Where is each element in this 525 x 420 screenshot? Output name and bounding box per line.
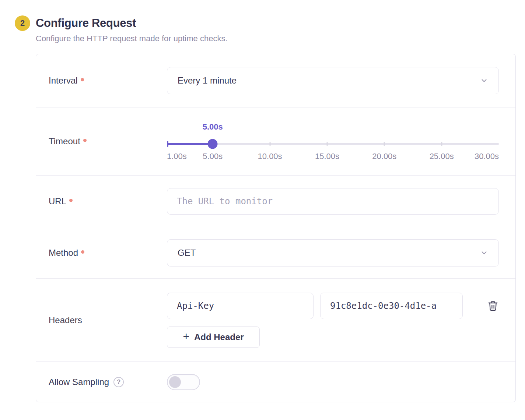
trash-icon bbox=[487, 300, 499, 312]
slider-min-tick bbox=[167, 141, 168, 147]
header-entry bbox=[167, 293, 499, 319]
header-value-input[interactable] bbox=[320, 293, 463, 319]
method-label: Method bbox=[49, 248, 78, 258]
required-dot bbox=[69, 199, 73, 202]
slider-tick-mark bbox=[441, 142, 442, 146]
interval-row: Interval Every 1 minute bbox=[36, 54, 515, 107]
header-key-input[interactable] bbox=[167, 293, 314, 319]
slider-tick-labels: 1.00s 5.00s 10.00s 15.00s 20.00s 25.00s … bbox=[167, 152, 499, 161]
tick-label: 30.00s bbox=[475, 152, 499, 161]
interval-label: Interval bbox=[49, 75, 78, 86]
timeout-label-cell: Timeout bbox=[36, 136, 167, 147]
slider-tick-mark bbox=[327, 142, 328, 146]
help-icon[interactable]: ? bbox=[113, 377, 124, 387]
timeout-row: Timeout 5.00s bbox=[36, 107, 515, 175]
url-input[interactable] bbox=[167, 188, 499, 215]
chevron-down-icon bbox=[480, 77, 488, 85]
step-header: 2 Configure Request Configure the HTTP r… bbox=[15, 15, 516, 43]
slider-tick-mark bbox=[384, 142, 385, 146]
tick-label: 25.00s bbox=[430, 152, 454, 161]
url-label-cell: URL bbox=[36, 196, 167, 207]
page-subtitle: Configure the HTTP request made for upti… bbox=[36, 34, 228, 43]
tick-label: 5.00s bbox=[203, 152, 223, 161]
timeout-content: 5.00s 1.00s 5.00s 10.00s bbox=[167, 122, 515, 160]
method-row: Method GET bbox=[36, 227, 515, 278]
delete-header-button[interactable] bbox=[487, 300, 499, 312]
tick-label: 15.00s bbox=[315, 152, 339, 161]
configure-request-page: 2 Configure Request Configure the HTTP r… bbox=[0, 0, 525, 402]
slider-value-label: 5.00s bbox=[203, 122, 223, 132]
headers-label: Headers bbox=[49, 315, 82, 325]
required-dot bbox=[81, 250, 84, 254]
required-dot bbox=[81, 78, 84, 81]
tick-label: 1.00s bbox=[167, 152, 187, 161]
method-select-value: GET bbox=[178, 248, 196, 258]
interval-select[interactable]: Every 1 minute bbox=[167, 67, 499, 94]
url-label: URL bbox=[49, 196, 66, 207]
step-number: 2 bbox=[20, 18, 25, 28]
headers-label-cell: Headers bbox=[36, 315, 167, 325]
page-title: Configure Request bbox=[36, 15, 228, 31]
step-heading: Configure Request Configure the HTTP req… bbox=[36, 15, 228, 43]
sampling-content bbox=[167, 374, 515, 390]
toggle-knob bbox=[169, 376, 181, 388]
add-header-button[interactable]: + Add Header bbox=[167, 327, 260, 348]
timeout-slider: 5.00s 1.00s 5.00s 10.00s bbox=[167, 122, 499, 160]
chevron-down-icon bbox=[480, 249, 488, 257]
step-number-badge: 2 bbox=[15, 15, 30, 31]
sampling-label-cell: Allow Sampling ? bbox=[36, 377, 167, 387]
tick-label: 20.00s bbox=[372, 152, 396, 161]
plus-icon: + bbox=[183, 331, 189, 342]
method-label-cell: Method bbox=[36, 248, 167, 258]
tick-label: 10.00s bbox=[258, 152, 282, 161]
allow-sampling-toggle[interactable] bbox=[167, 374, 200, 390]
headers-content: + Add Header bbox=[167, 293, 515, 348]
headers-stack: + Add Header bbox=[167, 293, 499, 348]
allow-sampling-row: Allow Sampling ? bbox=[36, 361, 515, 402]
interval-content: Every 1 minute bbox=[167, 67, 515, 94]
timeout-label: Timeout bbox=[49, 136, 80, 147]
request-form-card: Interval Every 1 minute Timeout 5.00s bbox=[36, 54, 516, 402]
required-dot bbox=[83, 139, 87, 142]
url-row: URL bbox=[36, 175, 515, 227]
headers-row: Headers bbox=[36, 278, 515, 361]
interval-select-value: Every 1 minute bbox=[178, 75, 237, 86]
slider-tick-mark bbox=[269, 142, 270, 146]
method-content: GET bbox=[167, 239, 515, 267]
slider-fill bbox=[167, 143, 213, 145]
slider-handle[interactable] bbox=[208, 139, 218, 149]
add-header-label: Add Header bbox=[194, 332, 244, 342]
method-select[interactable]: GET bbox=[167, 239, 499, 267]
url-content bbox=[167, 188, 515, 215]
slider-track[interactable] bbox=[167, 139, 499, 149]
allow-sampling-label: Allow Sampling bbox=[49, 377, 109, 387]
interval-label-cell: Interval bbox=[36, 75, 167, 86]
